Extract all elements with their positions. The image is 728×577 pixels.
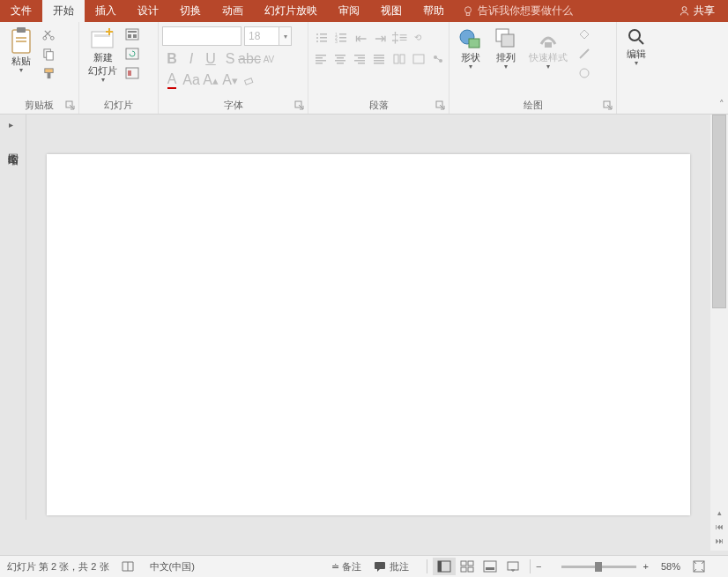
tab-help[interactable]: 帮助 [412,0,455,22]
tab-slideshow[interactable]: 幻灯片放映 [254,0,328,22]
align-left-icon [316,54,328,64]
dropdown-icon: ▾ [469,63,472,70]
vertical-scrollbar[interactable]: ▴ ⏮ ⏭ [710,115,728,551]
slide-canvas[interactable] [26,115,710,551]
zoom-in-button[interactable]: + [643,561,649,572]
zoom-out-button[interactable]: − [536,561,541,572]
decrease-indent-button[interactable]: ⇤ [352,29,369,47]
slide-number-status[interactable]: 幻灯片 第 2 张，共 2 张 [7,560,109,573]
tab-file[interactable]: 文件 [0,0,42,22]
tell-me-search[interactable]: 告诉我你想要做什么 [462,4,573,18]
slideshow-view-button[interactable] [501,558,524,575]
scroll-up-arrow[interactable]: ▴ [710,508,728,522]
collapse-ribbon-button[interactable]: ˄ [719,99,724,110]
dialog-launcher-font[interactable] [294,100,305,111]
tab-home[interactable]: 开始 [42,0,85,22]
shadow-button[interactable]: S [221,50,239,68]
smartart-button[interactable] [429,50,447,68]
clear-format-button[interactable] [241,71,258,89]
shape-effects-button[interactable] [576,64,593,82]
zoom-level[interactable]: 58% [661,561,680,572]
shape-fill-button[interactable] [576,26,593,43]
tab-insert[interactable]: 插入 [85,0,127,22]
zoom-slider-thumb[interactable] [595,562,602,572]
underline-button[interactable]: U [202,50,219,68]
reset-button[interactable] [123,45,141,63]
strike-button[interactable]: abc [241,50,258,68]
shape-outline-button[interactable] [576,45,593,63]
tab-design[interactable]: 设计 [127,0,169,22]
thumbnail-pane: ▸ 缩略图 [0,115,26,520]
svg-rect-45 [335,60,345,62]
align-text-button[interactable] [410,50,427,68]
svg-point-66 [580,69,589,78]
font-size-select[interactable] [244,26,279,46]
shapes-button[interactable]: 形状 ▾ [453,25,488,72]
arrange-button[interactable]: 排列 ▾ [488,25,524,72]
eraser-icon [243,74,256,86]
tab-view[interactable]: 视图 [370,0,412,22]
svg-rect-57 [413,55,424,63]
pane-toggle[interactable]: ▸ [9,120,13,129]
line-spacing-button[interactable]: ‡≡ [390,29,408,47]
language-status[interactable]: 中文(中国) [150,560,195,573]
font-color-button[interactable]: A [163,71,181,89]
reading-view-button[interactable] [479,558,501,575]
dialog-launcher-drawing[interactable] [603,100,613,111]
next-slide-button[interactable]: ⏭ [710,536,728,551]
align-center-button[interactable] [332,50,350,68]
notes-button[interactable]: ≐备注 [331,560,361,573]
increase-font-button[interactable]: A▴ [202,71,219,89]
decrease-font-button[interactable]: A▾ [221,71,239,89]
paste-button[interactable]: 粘贴 ▾ [4,25,39,76]
change-case-button[interactable]: Aa [182,71,200,89]
text-direction-button[interactable]: ⟲ [410,29,427,47]
font-size-dropdown[interactable]: ▾ [279,26,292,46]
bold-button[interactable]: B [163,50,181,68]
font-family-select[interactable] [162,26,241,46]
align-center-icon [335,54,347,64]
italic-button[interactable]: I [182,50,200,68]
normal-view-button[interactable] [433,558,456,575]
justify-button[interactable] [371,50,389,68]
format-painter-button[interactable] [40,64,57,82]
bullets-button[interactable] [313,29,331,47]
new-slide-button[interactable]: 新建 幻灯片 ▾ [83,25,123,85]
align-text-icon [412,54,425,64]
numbering-button[interactable]: 123 [332,29,350,47]
svg-rect-64 [501,34,514,47]
copy-button[interactable] [40,45,57,63]
zoom-slider[interactable] [561,566,636,568]
section-button[interactable] [123,64,141,82]
svg-point-8 [50,36,54,40]
sorter-view-button[interactable] [456,558,479,575]
align-left-button[interactable] [313,50,331,68]
slide[interactable] [47,154,690,515]
svg-point-30 [316,41,318,42]
svg-rect-43 [335,55,345,56]
svg-rect-54 [374,63,384,64]
tab-transitions[interactable]: 切换 [169,0,212,22]
share-button[interactable]: 共享 [679,4,715,18]
tab-animations[interactable]: 动画 [212,0,254,22]
increase-indent-button[interactable]: ⇥ [371,29,389,47]
spacing-button[interactable]: AV [260,50,278,68]
columns-button[interactable] [390,50,408,68]
scrollbar-thumb[interactable] [712,115,726,308]
svg-rect-65 [545,42,552,48]
copy-icon [42,48,56,61]
quickstyle-button[interactable]: 快速样式 ▾ [524,25,573,72]
svg-point-0 [465,6,472,12]
arrange-icon [494,26,518,51]
align-right-button[interactable] [352,50,369,68]
dialog-launcher-paragraph[interactable] [435,100,446,111]
prev-slide-button[interactable]: ⏮ [710,522,728,536]
comments-button[interactable]: 批注 [374,560,409,573]
tab-review[interactable]: 审阅 [328,0,370,22]
fit-to-window-button[interactable] [693,560,709,573]
dialog-launcher-clipboard[interactable] [65,100,76,111]
cut-button[interactable] [40,26,57,43]
spellcheck-status[interactable] [122,561,137,572]
layout-button[interactable] [123,26,141,43]
editing-button[interactable]: 编辑 ▾ [620,25,652,69]
